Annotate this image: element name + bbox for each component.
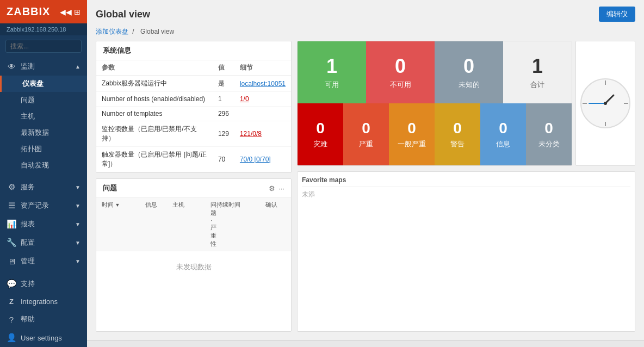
status-unknown[interactable]: 0 未知的 xyxy=(435,41,503,103)
monitor-icon: 👁 xyxy=(7,62,16,71)
sidebar-item-config[interactable]: 🔧 配置 ▼ xyxy=(0,233,87,252)
value-cell: 1 xyxy=(213,92,234,107)
sidebar-reports-label: 报表 xyxy=(21,219,35,229)
status-bottom-row: 0 灾难 0 严重 0 一般严重 0 警告 xyxy=(298,103,572,165)
system-info-panel: 系统信息 参数 值 细节 Zabbix服务器端运行中 是 localh xyxy=(96,41,292,173)
detail-link[interactable]: localhost:10051 xyxy=(240,80,286,88)
chevron-assets-icon: ▼ xyxy=(75,203,81,209)
favorite-maps-title: Favorite maps xyxy=(302,176,630,187)
sidebar-help-label: 帮助 xyxy=(21,314,35,324)
sidebar-item-integrations[interactable]: Z Integrations xyxy=(0,293,87,310)
gauge-svg xyxy=(578,76,633,131)
status-top-row: 1 可用 0 不可用 0 未知的 1 合计 xyxy=(298,41,572,103)
severe-label: 严重 xyxy=(359,139,373,149)
status-severe[interactable]: 0 严重 xyxy=(343,103,389,165)
breadcrumb-home[interactable]: 添加仪表盘 xyxy=(96,28,128,35)
detail-link[interactable]: 121/0/8 xyxy=(240,130,262,138)
sidebar-item-admin[interactable]: 🖥 管理 ▼ xyxy=(0,252,87,270)
status-available[interactable]: 1 可用 xyxy=(298,41,366,103)
table-row: Zabbix服务器端运行中 是 localhost:10051 xyxy=(96,76,291,92)
config-icon: 🔧 xyxy=(7,238,16,247)
status-total[interactable]: 1 合计 xyxy=(503,41,572,103)
favorite-maps-panel: Favorite maps 未添 xyxy=(297,171,635,332)
sidebar-item-user-settings[interactable]: 👤 User settings xyxy=(0,329,87,347)
sidebar-item-discovery[interactable]: 自动发现 xyxy=(0,157,87,174)
breadcrumb-current: Global view xyxy=(140,28,174,35)
value-cell: 是 xyxy=(213,76,234,92)
sidebar-item-services[interactable]: ⚙ 服务 ▼ xyxy=(0,178,87,196)
sidebar-item-help[interactable]: ? 帮助 xyxy=(0,310,87,329)
col-problem-severity: 问题·严重性 xyxy=(210,201,216,248)
medium-label: 一般严重 xyxy=(398,139,426,149)
status-disaster[interactable]: 0 灾难 xyxy=(298,103,343,165)
col-header-value: 值 xyxy=(213,60,234,76)
search-input[interactable] xyxy=(5,40,82,53)
sidebar-config-label: 配置 xyxy=(21,238,35,247)
detail-link[interactable]: 1/0 xyxy=(240,95,249,103)
sidebar-admin-label: 管理 xyxy=(21,256,35,266)
problems-tools: ⚙ ··· xyxy=(269,184,284,193)
status-grid: 1 可用 0 不可用 0 未知的 1 合计 xyxy=(297,41,572,166)
support-icon: 💬 xyxy=(7,279,16,289)
user-icon: 👤 xyxy=(7,333,16,343)
table-row: 监控项数量（已启用/已禁用/不支持） 129 121/0/8 xyxy=(96,121,291,147)
status-warning[interactable]: 0 警告 xyxy=(435,103,480,165)
disaster-count: 0 xyxy=(316,120,325,137)
sidebar-item-hosts[interactable]: 主机 xyxy=(0,108,87,125)
detail-link[interactable]: 70/0 [0/70] xyxy=(240,156,271,163)
chevron-config-icon: ▼ xyxy=(75,240,81,246)
available-label: 可用 xyxy=(325,80,339,90)
status-unavailable[interactable]: 0 不可用 xyxy=(366,41,435,103)
right-top: 1 可用 0 不可用 0 未知的 1 合计 xyxy=(297,41,635,166)
breadcrumb-separator: / xyxy=(132,28,134,35)
status-unclassified[interactable]: 0 未分类 xyxy=(526,103,572,165)
col-info: 信息 xyxy=(145,201,172,248)
sidebar-item-monitor[interactable]: 👁 监测 ▲ xyxy=(0,57,87,76)
status-info[interactable]: 0 信息 xyxy=(480,103,526,165)
medium-count: 0 xyxy=(407,120,416,137)
right-panel: 1 可用 0 不可用 0 未知的 1 合计 xyxy=(297,41,635,332)
info-label: 信息 xyxy=(496,139,510,149)
help-icon: ? xyxy=(7,315,16,324)
problems-col-headers: 时间 信息 主机 问题·严重性 持续时间 确认 动作 标记 xyxy=(96,198,291,251)
edit-button[interactable]: 编辑仪 xyxy=(599,7,635,22)
sidebar-item-topology[interactable]: 拓扑图 xyxy=(0,141,87,157)
scrollbar[interactable] xyxy=(87,340,644,347)
sidebar-monitor-label: 监测 xyxy=(21,61,35,71)
svg-point-7 xyxy=(604,102,607,105)
gear-icon[interactable]: ⚙ xyxy=(269,184,275,193)
col-time[interactable]: 时间 xyxy=(102,201,145,248)
reports-icon: 📊 xyxy=(7,219,16,229)
sidebar-item-latest-data[interactable]: 最新数据 xyxy=(0,125,87,141)
unavailable-count: 0 xyxy=(395,55,406,78)
param-cell: 监控项数量（已启用/已禁用/不支持） xyxy=(96,121,213,147)
sidebar-item-assets[interactable]: ☰ 资产记录 ▼ xyxy=(0,196,87,215)
sidebar-user-settings-label: User settings xyxy=(21,334,62,342)
services-icon: ⚙ xyxy=(7,182,16,192)
sidebar-services-label: 服务 xyxy=(21,182,35,192)
sidebar-item-support[interactable]: 💬 支持 xyxy=(0,275,87,293)
breadcrumb: 添加仪表盘 / Global view xyxy=(87,25,644,41)
sidebar-logo: ZABBIX ◀◀ ⊞ xyxy=(0,0,87,23)
content-area: 系统信息 参数 值 细节 Zabbix服务器端运行中 是 localh xyxy=(87,41,644,340)
detail-cell: 70/0 [0/70] xyxy=(234,147,291,172)
sidebar-item-dashboard[interactable]: 仪表盘 xyxy=(0,76,87,92)
available-count: 1 xyxy=(326,55,337,78)
col-ack: 确认 xyxy=(265,201,292,248)
problems-panel: 问题 ⚙ ··· 时间 信息 主机 问题·严重性 持续时间 确认 动作 标记 xyxy=(96,178,292,332)
sidebar-item-reports[interactable]: 📊 报表 ▼ xyxy=(0,215,87,233)
sidebar-integrations-label: Integrations xyxy=(21,298,58,306)
total-count: 1 xyxy=(532,55,543,78)
sidebar-item-problems[interactable]: 问题 xyxy=(0,92,87,108)
status-medium[interactable]: 0 一般严重 xyxy=(389,103,435,165)
sidebar-support-label: 支持 xyxy=(21,279,35,289)
info-count: 0 xyxy=(499,120,507,137)
admin-icon: 🖥 xyxy=(7,257,16,266)
table-row: 触发器数量（已启用/已禁用 [问题/正常]） 70 70/0 [0/70] xyxy=(96,147,291,172)
sidebar-search-container xyxy=(0,35,87,57)
chevron-admin-icon: ▼ xyxy=(75,258,81,264)
col-header-detail: 细节 xyxy=(234,60,291,76)
col-header-param: 参数 xyxy=(96,60,213,76)
more-icon[interactable]: ··· xyxy=(278,184,284,193)
integrations-icon: Z xyxy=(7,298,16,306)
